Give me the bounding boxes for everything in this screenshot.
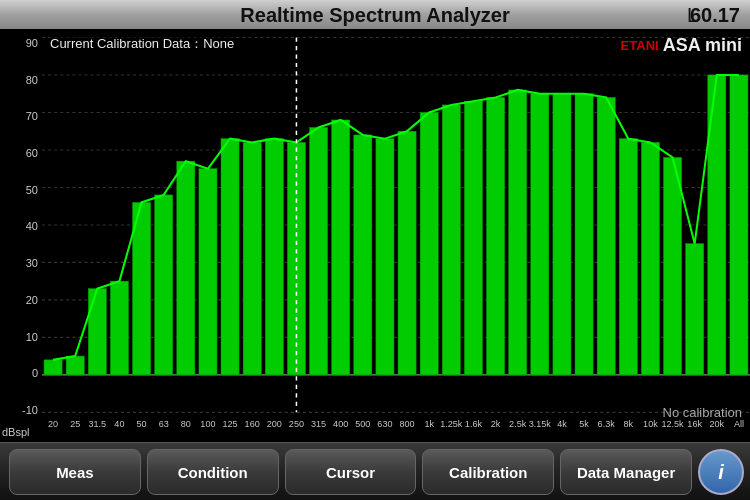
svg-rect-24 bbox=[332, 120, 350, 375]
brand-name: ETANI bbox=[621, 38, 659, 53]
svg-rect-21 bbox=[265, 139, 283, 375]
svg-rect-36 bbox=[597, 97, 615, 374]
toolbar: MeasConditionCursorCalibrationData Manag… bbox=[0, 442, 750, 500]
svg-text:250: 250 bbox=[289, 419, 304, 429]
svg-rect-28 bbox=[420, 112, 438, 374]
svg-rect-27 bbox=[398, 131, 416, 375]
svg-text:31.5: 31.5 bbox=[88, 419, 106, 429]
svg-text:800: 800 bbox=[399, 419, 414, 429]
svg-text:1k: 1k bbox=[424, 419, 434, 429]
svg-text:1.25k: 1.25k bbox=[440, 419, 463, 429]
svg-rect-31 bbox=[487, 97, 505, 374]
y-axis-title: dBspl bbox=[2, 426, 30, 438]
svg-text:315: 315 bbox=[311, 419, 326, 429]
svg-text:40: 40 bbox=[114, 419, 124, 429]
svg-text:100: 100 bbox=[200, 419, 215, 429]
svg-text:160: 160 bbox=[245, 419, 260, 429]
svg-text:5k: 5k bbox=[579, 419, 589, 429]
svg-text:500: 500 bbox=[355, 419, 370, 429]
data-manager-button[interactable]: Data Manager bbox=[560, 449, 692, 495]
app: Realtime Spectrum Analyzer L 60.17 90807… bbox=[0, 0, 750, 500]
y-axis-label: 40 bbox=[2, 220, 38, 232]
y-axis-label: 30 bbox=[2, 257, 38, 269]
svg-rect-26 bbox=[376, 139, 394, 375]
y-axis-label: -10 bbox=[2, 404, 38, 416]
svg-rect-18 bbox=[199, 169, 217, 375]
svg-rect-11 bbox=[44, 360, 62, 375]
svg-text:8k: 8k bbox=[624, 419, 634, 429]
y-axis-label: 20 bbox=[2, 294, 38, 306]
svg-text:400: 400 bbox=[333, 419, 348, 429]
svg-text:630: 630 bbox=[377, 419, 392, 429]
svg-rect-23 bbox=[310, 127, 328, 374]
svg-text:20: 20 bbox=[48, 419, 58, 429]
cursor-button[interactable]: Cursor bbox=[285, 449, 417, 495]
calibration-button[interactable]: Calibration bbox=[422, 449, 554, 495]
svg-rect-13 bbox=[88, 289, 106, 375]
y-axis-label: 90 bbox=[2, 37, 38, 49]
condition-button[interactable]: Condition bbox=[147, 449, 279, 495]
chart-area: 9080706050403020100-10dBspl 202531.54050… bbox=[0, 29, 750, 442]
svg-rect-35 bbox=[575, 94, 593, 375]
no-calibration-label: No calibration bbox=[663, 405, 743, 420]
svg-rect-30 bbox=[464, 101, 482, 375]
page-title: Realtime Spectrum Analyzer bbox=[0, 4, 750, 27]
svg-text:20k: 20k bbox=[709, 419, 724, 429]
svg-rect-40 bbox=[686, 244, 704, 375]
svg-rect-39 bbox=[664, 157, 682, 374]
svg-text:2k: 2k bbox=[491, 419, 501, 429]
svg-rect-19 bbox=[221, 139, 239, 375]
svg-rect-38 bbox=[641, 142, 659, 374]
title-bar: Realtime Spectrum Analyzer L 60.17 bbox=[0, 0, 750, 29]
svg-text:200: 200 bbox=[267, 419, 282, 429]
svg-text:63: 63 bbox=[159, 419, 169, 429]
meas-button[interactable]: Meas bbox=[9, 449, 141, 495]
svg-text:125: 125 bbox=[222, 419, 237, 429]
svg-rect-34 bbox=[553, 94, 571, 375]
svg-rect-20 bbox=[243, 142, 261, 374]
svg-rect-14 bbox=[110, 281, 128, 375]
svg-text:16k: 16k bbox=[687, 419, 702, 429]
y-axis-label: 0 bbox=[2, 367, 38, 379]
brand-logo: ETANI ASA mini bbox=[621, 35, 742, 56]
svg-text:1.6k: 1.6k bbox=[465, 419, 483, 429]
svg-text:25: 25 bbox=[70, 419, 80, 429]
svg-rect-33 bbox=[531, 94, 549, 375]
y-axis-label: 50 bbox=[2, 184, 38, 196]
y-axis: 9080706050403020100-10dBspl bbox=[0, 29, 42, 442]
chart-container[interactable]: 202531.540506380100125160200250315400500… bbox=[42, 29, 750, 442]
spectrum-chart: 202531.540506380100125160200250315400500… bbox=[42, 29, 750, 442]
svg-rect-32 bbox=[509, 90, 527, 375]
svg-text:12.5k: 12.5k bbox=[661, 419, 684, 429]
y-axis-label: 10 bbox=[2, 331, 38, 343]
y-axis-label: 70 bbox=[2, 110, 38, 122]
svg-text:50: 50 bbox=[137, 419, 147, 429]
level-display: 60.17 bbox=[690, 4, 740, 27]
svg-rect-16 bbox=[155, 195, 173, 375]
y-axis-label: 60 bbox=[2, 147, 38, 159]
svg-rect-12 bbox=[66, 356, 84, 375]
svg-text:All: All bbox=[734, 419, 744, 429]
calibration-info: Current Calibration Data：None bbox=[50, 35, 234, 53]
svg-text:10k: 10k bbox=[643, 419, 658, 429]
svg-text:80: 80 bbox=[181, 419, 191, 429]
svg-rect-17 bbox=[177, 161, 195, 375]
svg-rect-37 bbox=[619, 139, 637, 375]
svg-text:6.3k: 6.3k bbox=[598, 419, 616, 429]
y-axis-label: 80 bbox=[2, 74, 38, 86]
svg-rect-42 bbox=[730, 75, 748, 375]
svg-rect-29 bbox=[442, 105, 460, 375]
svg-text:2.5k: 2.5k bbox=[509, 419, 527, 429]
product-name: ASA mini bbox=[663, 35, 742, 56]
svg-text:4k: 4k bbox=[557, 419, 567, 429]
info-button[interactable]: i bbox=[698, 449, 744, 495]
svg-text:3.15k: 3.15k bbox=[529, 419, 552, 429]
svg-rect-25 bbox=[354, 135, 372, 375]
